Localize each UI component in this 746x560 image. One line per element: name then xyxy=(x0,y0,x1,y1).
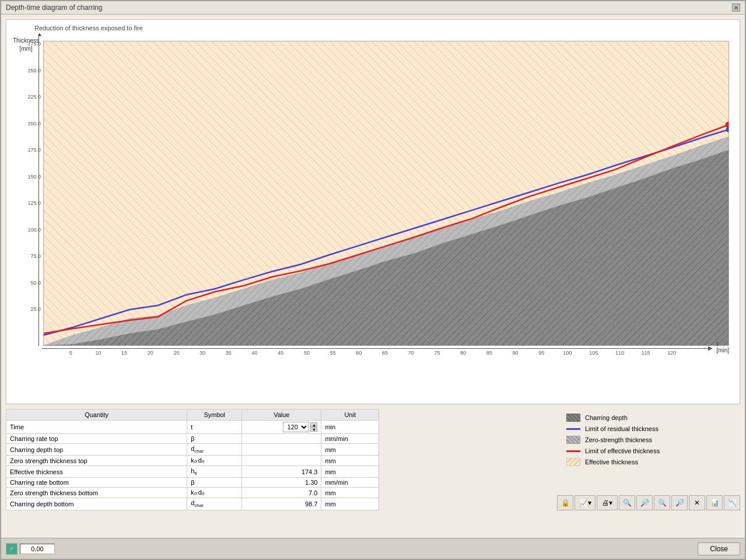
symbol-cell: k₀·d₀ xyxy=(187,488,242,498)
col-value: Value xyxy=(242,410,321,421)
legend-swatch-charring-depth xyxy=(566,414,580,422)
unit-cell: mm xyxy=(321,488,379,498)
unit-cell: mm xyxy=(321,466,379,478)
symbol-cell: t xyxy=(187,421,242,434)
unit-cell: mm/min xyxy=(321,434,379,444)
legend-swatch-residual xyxy=(566,428,580,430)
time-spinner[interactable]: ▲ ▼ xyxy=(310,422,317,432)
legend: Charring depth Limit of residual thickne… xyxy=(557,409,740,491)
quantity-label: Zero strength thickness top xyxy=(6,456,187,466)
title-bar: Depth-time diagram of charring ✕ xyxy=(1,1,745,15)
legend-label-zero-strength: Zero-strength thickness xyxy=(585,436,652,443)
legend-label-residual: Limit of residual thickness xyxy=(585,425,659,432)
table-row: Effective thickness hfi 174.3 mm xyxy=(6,466,379,478)
col-unit: Unit xyxy=(321,410,379,421)
data-table-container: Quantity Symbol Value Unit Time t xyxy=(6,409,379,510)
table-row: Zero strength thickness bottom k₀·d₀ 7.0… xyxy=(6,488,379,498)
unit-cell: mm xyxy=(321,456,379,466)
main-window: Depth-time diagram of charring ✕ Reducti… xyxy=(0,0,746,560)
chart-section: Reduction of thickness exposed to fire T… xyxy=(6,19,740,404)
unit-cell: mm xyxy=(321,444,379,456)
print-button[interactable]: 🖨▾ xyxy=(597,495,618,510)
value-cell: 1.30 xyxy=(242,478,321,488)
table-row: Zero strength thickness top k₀·d₀ mm xyxy=(6,456,379,466)
value-cell xyxy=(242,444,321,456)
zoom-out-button[interactable]: 🔎 xyxy=(636,495,653,510)
legend-label-effective-limit: Limit of effective thickness xyxy=(585,447,660,454)
content-area: Reduction of thickness exposed to fire T… xyxy=(1,15,745,538)
quantity-label: Charring rate top xyxy=(6,434,187,444)
legend-item-charring-depth: Charring depth xyxy=(566,414,731,422)
symbol-cell: β xyxy=(187,478,242,488)
table-row: Charring depth top dchar mm xyxy=(6,444,379,456)
status-icon: ✓ xyxy=(6,543,17,555)
table-row: Charring rate top β mm/min xyxy=(6,434,379,444)
value-cell xyxy=(242,456,321,466)
chart-svg xyxy=(44,41,729,345)
y-axis-arrow: ▲ xyxy=(37,31,43,37)
quantity-label: Effective thickness xyxy=(6,466,187,478)
spin-down[interactable]: ▼ xyxy=(310,427,317,432)
legend-item-effective: Effective thickness xyxy=(566,458,731,466)
legend-swatch-effective-limit xyxy=(566,450,580,452)
unit-cell: mm/min xyxy=(321,478,379,488)
bottom-section: Quantity Symbol Value Unit Time t xyxy=(6,409,740,510)
table-row: Charring rate bottom β 1.30 mm/min xyxy=(6,478,379,488)
svg-point-45 xyxy=(726,127,729,132)
data-table: Quantity Symbol Value Unit Time t xyxy=(6,409,379,510)
symbol-cell: β xyxy=(187,434,242,444)
table-row: Charring depth bottom dchar 98.7 mm xyxy=(6,498,379,510)
coord-display: 0,00 xyxy=(20,544,55,554)
zoom-in-button[interactable]: 🔍 xyxy=(619,495,635,510)
legend-item-residual: Limit of residual thickness xyxy=(566,425,731,432)
chart-button[interactable]: 📊 xyxy=(706,495,723,510)
value-cell xyxy=(242,434,321,444)
legend-toolbar-container: Charring depth Limit of residual thickne… xyxy=(557,409,740,510)
clear-button[interactable]: ✕ xyxy=(689,495,705,510)
window-title: Depth-time diagram of charring xyxy=(6,4,102,12)
graph-button[interactable]: 📉 xyxy=(724,495,740,510)
legend-label-effective: Effective thickness xyxy=(585,459,638,466)
symbol-cell: k₀·d₀ xyxy=(187,456,242,466)
legend-item-effective-limit: Limit of effective thickness xyxy=(566,447,731,454)
legend-item-zero-strength: Zero-strength thickness xyxy=(566,436,731,444)
legend-label-charring-depth: Charring depth xyxy=(585,414,628,421)
export-button[interactable]: 📈▾ xyxy=(575,495,596,510)
zoom-fit-button[interactable]: 🔍 xyxy=(654,495,670,510)
spacer xyxy=(385,409,551,510)
unit-cell: min xyxy=(321,421,379,434)
toolbar: 🔒 📈▾ 🖨▾ 🔍 🔎 🔍 🔎 ✕ 📊 📉 xyxy=(557,495,740,510)
value-cell: 7.0 xyxy=(242,488,321,498)
coord-display-container: ✓ 0,00 xyxy=(6,543,55,555)
time-select[interactable]: 120 60 90 xyxy=(283,422,309,432)
quantity-label: Time xyxy=(6,421,187,434)
value-cell: 174.3 xyxy=(242,466,321,478)
lock-button[interactable]: 🔒 xyxy=(557,495,573,510)
symbol-cell: hfi xyxy=(187,466,242,478)
value-cell: 120 60 90 ▲ ▼ xyxy=(242,421,321,434)
close-button[interactable]: Close xyxy=(698,542,740,555)
legend-swatch-effective xyxy=(566,458,580,466)
x-axis: t[min] 5 10 15 20 25 30 35 40 45 50 55 xyxy=(43,345,729,362)
x-axis-label: t[min] xyxy=(716,341,729,354)
symbol-cell: dchar xyxy=(187,444,242,456)
quantity-label: Charring rate bottom xyxy=(6,478,187,488)
chart-plot xyxy=(43,41,729,346)
close-icon[interactable]: ✕ xyxy=(732,4,740,12)
value-cell: 98.7 xyxy=(242,498,321,510)
table-row: Time t 120 60 90 xyxy=(6,421,379,434)
col-quantity: Quantity xyxy=(6,410,187,421)
chart-title: Reduction of thickness exposed to fire xyxy=(11,24,735,32)
quantity-label: Charring depth bottom xyxy=(6,498,187,510)
bottom-bar: ✓ 0,00 Close xyxy=(1,538,745,559)
zoom-reset-button[interactable]: 🔎 xyxy=(671,495,688,510)
x-tick-labels: 5 10 15 20 25 30 35 40 45 50 55 60 65 70 xyxy=(43,350,712,362)
legend-swatch-zero-strength xyxy=(566,436,580,444)
x-axis-line xyxy=(42,348,712,349)
spin-up[interactable]: ▲ xyxy=(310,422,317,427)
col-symbol: Symbol xyxy=(187,410,242,421)
symbol-cell: dchar xyxy=(187,498,242,510)
quantity-label: Zero strength thickness bottom xyxy=(6,488,187,498)
quantity-label: Charring depth top xyxy=(6,444,187,456)
x-axis-arrow: ▶ xyxy=(708,345,713,351)
